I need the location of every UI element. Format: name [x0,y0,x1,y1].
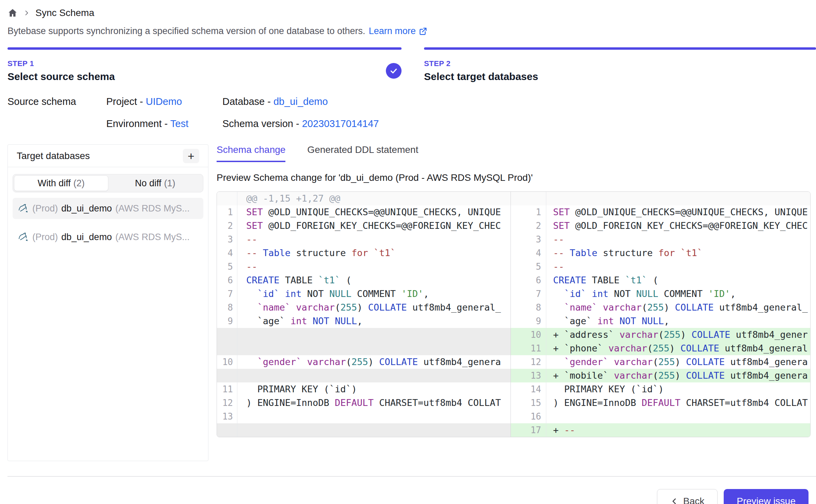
code-line: @@ -1,15 +1,27 @@ [237,192,511,205]
home-icon[interactable] [7,8,18,18]
database-list-item[interactable]: (Prod) db_ui_demo (AWS RDS MyS... [13,198,203,219]
code-line: + `phone` varchar(255) COLLATE utf8mb4_g… [546,342,810,355]
diff-row: 5-- [511,260,810,273]
line-number: 13 [511,369,546,382]
learn-more-link[interactable]: Learn more [369,26,427,36]
source-schema-label: Source schema [7,96,106,107]
code-line: -- [546,260,810,273]
line-number: 10 [511,328,546,342]
diff-row: 5-- [217,260,511,273]
page-title: Sync Schema [35,7,94,18]
code-line: -- [237,233,511,246]
code-line: `name` varchar(255) COLLATE utf8mb4_gene… [237,301,511,314]
code-line: `gender` varchar(255) COLLATE utf8mb4_ge… [237,355,511,369]
step-1-progress-bar [7,47,402,50]
target-databases-panel: Target databases + With diff(2) No diff(… [7,144,208,461]
step-1: STEP 1 Select source schema [7,47,402,82]
diff-row: @@ -1,15 +1,27 @@ [217,192,511,205]
step-1-title: Select source schema [7,71,115,82]
diff-row: 7 `id` int NOT NULL COMMENT 'ID', [511,287,810,301]
code-line: -- [546,233,810,246]
description-text: Bytebase supports synchronizing a specif… [7,26,365,36]
line-number: 16 [511,410,546,423]
diff-row: 7 `id` int NOT NULL COMMENT 'ID', [217,287,511,301]
diff-row: 3-- [217,233,511,246]
diff-row: 3-- [511,233,810,246]
diff-row: 16 [511,410,810,423]
line-number [217,369,237,382]
database-list-item[interactable]: (Prod) db_ui_demo (AWS RDS MyS... [13,226,203,248]
diff-filter-tabs: With diff(2) No diff(1) [13,174,203,192]
line-number: 6 [217,273,237,287]
external-link-icon [419,27,427,36]
diff-row: 13+ `mobile` varchar(255) COLLATE utf8mb… [511,369,810,382]
line-number [217,192,237,205]
tab-schema-change[interactable]: Schema change [217,144,285,162]
line-number: 13 [217,410,237,423]
code-line: + `address` varchar(255) COLLATE utf8mb4… [546,328,810,342]
code-line: + `mobile` varchar(255) COLLATE utf8mb4_… [546,369,810,382]
line-number [217,423,237,437]
code-line [237,423,511,437]
line-number: 2 [511,219,546,233]
step-2-label: STEP 2 [424,59,538,68]
schema-version-link[interactable]: 20230317014147 [302,118,379,129]
code-line [237,342,511,355]
tab-generated-ddl[interactable]: Generated DDL statement [307,144,418,162]
diff-pane-target[interactable]: 1SET @OLD_UNIQUE_CHECKS=@@UNIQUE_CHECKS,… [511,192,810,437]
tab-with-diff[interactable]: With diff(2) [14,175,108,191]
line-number: 5 [511,260,546,273]
diff-row: 1SET @OLD_UNIQUE_CHECKS=@@UNIQUE_CHECKS,… [511,205,810,219]
database-field: Database - db_ui_demo [222,96,816,107]
preview-tabs: Schema change Generated DDL statement [217,144,811,162]
diff-pane-source[interactable]: @@ -1,15 +1,27 @@1SET @OLD_UNIQUE_CHECKS… [217,192,511,437]
code-line: `age` int NOT NULL, [237,314,511,328]
diff-row: 17+ -- [511,423,810,437]
line-number: 9 [511,314,546,328]
code-line: -- Table structure for `t1` [546,246,810,260]
schema-diff-viewer: @@ -1,15 +1,27 @@1SET @OLD_UNIQUE_CHECKS… [217,191,811,437]
code-line: SET @OLD_UNIQUE_CHECKS=@@UNIQUE_CHECKS, … [546,205,810,219]
line-number [217,342,237,355]
line-number: 4 [511,246,546,260]
line-number: 10 [217,355,237,369]
diff-row: 12 `gender` varchar(255) COLLATE utf8mb4… [511,355,810,369]
code-line: CREATE TABLE `t1` ( [546,273,810,287]
line-number: 2 [217,219,237,233]
check-icon [389,66,398,75]
preview-title: Preview Schema change for 'db_ui_demo (P… [217,172,811,183]
target-databases-title: Target databases [17,151,90,161]
line-number: 7 [511,287,546,301]
diff-row: 12) ENGINE=InnoDB DEFAULT CHARSET=utf8mb… [217,396,511,410]
source-schema-summary: Source schema Project - UIDemo Database … [7,96,816,129]
database-link[interactable]: db_ui_demo [273,96,328,107]
step-indicator: STEP 1 Select source schema STEP 2 Selec… [7,47,816,82]
code-line: -- Table structure for `t1` [237,246,511,260]
line-number [217,328,237,342]
diff-row: 8 `name` varchar(255) COLLATE utf8mb4_ge… [511,301,810,314]
diff-row [217,369,511,382]
diff-row: 4-- Table structure for `t1` [511,246,810,260]
line-number: 14 [511,382,546,396]
code-line: CREATE TABLE `t1` ( [237,273,511,287]
line-number: 1 [511,205,546,219]
code-line: PRIMARY KEY (`id`) [237,382,511,396]
tab-no-diff[interactable]: No diff(1) [108,175,202,191]
line-number: 11 [511,342,546,355]
line-number: 12 [511,355,546,369]
diff-row: 8 `name` varchar(255) COLLATE utf8mb4_ge… [217,301,511,314]
diff-row: 11 PRIMARY KEY (`id`) [217,382,511,396]
chevron-left-icon [670,497,678,504]
diff-row: 15) ENGINE=InnoDB DEFAULT CHARSET=utf8mb… [511,396,810,410]
line-number: 7 [217,287,237,301]
diff-row [217,342,511,355]
target-database-list: (Prod) db_ui_demo (AWS RDS MyS... (Prod)… [13,198,203,248]
environment-link[interactable]: Test [170,118,188,129]
line-number: 17 [511,423,546,437]
back-button[interactable]: Back [657,489,718,504]
code-line [237,369,511,382]
project-link[interactable]: UIDemo [146,96,182,107]
step-2-progress-bar [424,47,816,50]
add-target-database-button[interactable]: + [183,149,199,163]
preview-issue-button[interactable]: Preview issue [724,489,809,504]
